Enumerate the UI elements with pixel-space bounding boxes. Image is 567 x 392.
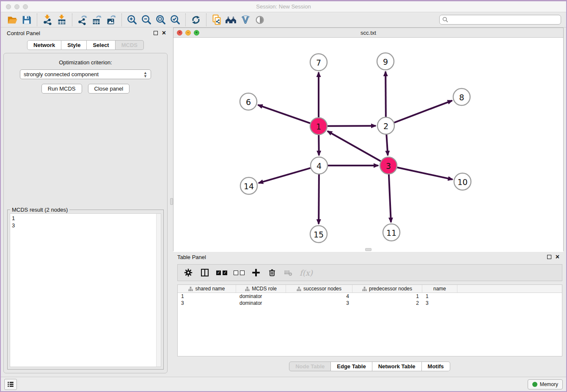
network-canvas[interactable]: 7968124314101511 (173, 38, 563, 252)
zoom-selected-button[interactable] (168, 13, 182, 27)
add-row-button[interactable] (251, 268, 261, 278)
splitter-grip[interactable] (170, 198, 173, 205)
search-box[interactable] (439, 15, 561, 25)
canvas-grip[interactable] (365, 248, 372, 251)
mcds-result-group: MCDS result (2 nodes) 13 (7, 210, 164, 370)
table-panel: Table Panel × (173, 252, 566, 377)
trash-icon (267, 268, 277, 278)
home-button[interactable] (224, 13, 238, 27)
clone-network-button[interactable] (209, 13, 224, 27)
panel-splitter[interactable] (170, 28, 173, 377)
select-all-button[interactable] (216, 271, 227, 275)
memory-button[interactable]: Memory (528, 379, 563, 389)
table-cell[interactable]: 3 (422, 300, 457, 306)
network-window-titlebar[interactable]: ✕ − + scc.txt (173, 28, 563, 38)
table-cell[interactable]: 2 (352, 300, 422, 306)
mcds-result-text[interactable]: 13 (10, 213, 161, 367)
run-mcds-button[interactable]: Run MCDS (41, 84, 82, 94)
table-row[interactable]: 1dominator411 (178, 293, 562, 300)
criterion-dropdown[interactable]: strongly connected component ▲▼ (20, 69, 151, 79)
graph-edge-2-8[interactable] (394, 101, 452, 123)
close-table-panel-icon[interactable]: × (556, 255, 559, 259)
import-network-button[interactable] (40, 13, 55, 27)
graph-edge-4-15[interactable] (319, 174, 319, 224)
vizmapper-button[interactable] (238, 13, 253, 27)
export-image-icon (105, 14, 117, 26)
export-image-button[interactable] (104, 13, 118, 27)
table-cell[interactable]: dominator (236, 300, 286, 306)
tab-style[interactable]: Style (61, 40, 87, 50)
table-cell-filler (457, 300, 562, 306)
column-header-shared-name[interactable]: shared name (178, 285, 236, 293)
column-header-label: shared name (195, 286, 225, 292)
control-panel-tabs: Network Style Select MCDS (1, 40, 170, 50)
tab-mcds[interactable]: MCDS (116, 40, 144, 50)
network-graph[interactable]: 7968124314101511 (173, 38, 563, 250)
table-row[interactable]: 3dominator323 (178, 300, 562, 306)
table-cell[interactable]: 1 (178, 293, 236, 300)
graph-edge-1-2[interactable] (328, 126, 376, 126)
deselect-all-button[interactable] (234, 271, 245, 275)
table-cell[interactable]: 1 (352, 293, 422, 300)
graph-edge-1-4[interactable] (319, 135, 319, 155)
node-table[interactable]: shared nameMCDS rolesuccessor nodesprede… (177, 284, 562, 356)
refresh-button[interactable] (189, 13, 203, 27)
zoom-in-button[interactable] (125, 13, 139, 27)
table-cell[interactable]: 4 (286, 293, 352, 300)
graph-edge-3-1[interactable] (328, 131, 381, 161)
tab-network[interactable]: Network (27, 40, 61, 50)
save-session-button[interactable] (19, 13, 34, 27)
column-header-predecessor-nodes[interactable]: predecessor nodes (352, 285, 422, 293)
checked-box-icon (223, 271, 227, 275)
graph-edge-1-6[interactable] (258, 105, 311, 123)
float-panel-icon[interactable] (154, 31, 158, 35)
network-minimize-icon[interactable]: − (185, 30, 191, 36)
float-table-panel-icon[interactable] (547, 255, 551, 259)
graph-edge-3-10[interactable] (397, 167, 453, 179)
mcds-result-lines: 13 (12, 215, 159, 229)
function-builder-button: f(x) (300, 268, 313, 277)
table-settings-button[interactable] (183, 268, 193, 278)
mcds-result-line: 3 (12, 222, 159, 229)
table-cell[interactable]: 1 (422, 293, 457, 300)
home-icon (225, 14, 237, 26)
task-history-button[interactable] (4, 379, 17, 390)
table-columns-button[interactable] (200, 268, 210, 278)
table-cell[interactable]: dominator (236, 293, 286, 300)
tab-select[interactable]: Select (87, 40, 115, 50)
close-panel-icon[interactable]: × (162, 31, 166, 35)
tab-motifs[interactable]: Motifs (422, 362, 450, 371)
control-panel: Control Panel × Network Style Select MCD… (1, 28, 170, 377)
import-table-button[interactable] (55, 13, 69, 27)
control-panel-header: Control Panel × (1, 28, 170, 39)
open-session-button[interactable] (5, 13, 19, 27)
table-cell[interactable]: 3 (178, 300, 236, 306)
search-input[interactable] (449, 16, 561, 24)
table-cell[interactable]: 3 (286, 300, 352, 306)
delete-row-button[interactable] (267, 268, 277, 278)
zoom-out-button[interactable] (139, 13, 154, 27)
column-header-MCDS-role[interactable]: MCDS role (236, 285, 286, 293)
table-body: 1dominator4113dominator323 (178, 293, 562, 306)
toolbar-separator (121, 14, 122, 26)
export-network-button[interactable] (75, 13, 90, 27)
network-window: ✕ − + scc.txt 7968124314101511 (173, 28, 564, 251)
zoom-fit-button[interactable] (154, 13, 168, 27)
close-panel-button[interactable]: Close panel (88, 84, 130, 94)
graph-edge-4-14[interactable] (259, 168, 311, 183)
mcds-scrollbar[interactable] (156, 214, 161, 367)
tab-node-table[interactable]: Node Table (289, 362, 331, 371)
column-header-label: name (433, 286, 446, 292)
column-header-name[interactable]: name (422, 285, 457, 293)
column-header-successor-nodes[interactable]: successor nodes (286, 285, 352, 293)
zoom-out-icon (140, 14, 152, 26)
tab-network-table[interactable]: Network Table (372, 362, 422, 371)
eye-button[interactable] (253, 13, 267, 27)
export-table-button[interactable] (90, 13, 104, 27)
tab-edge-table[interactable]: Edge Table (331, 362, 372, 371)
graph-edge-2-3[interactable] (386, 135, 388, 155)
graph-edge-2-9[interactable] (385, 72, 386, 117)
network-maximize-icon[interactable]: + (194, 30, 199, 36)
network-close-icon[interactable]: ✕ (177, 30, 182, 36)
graph-edge-3-11[interactable] (389, 174, 391, 222)
